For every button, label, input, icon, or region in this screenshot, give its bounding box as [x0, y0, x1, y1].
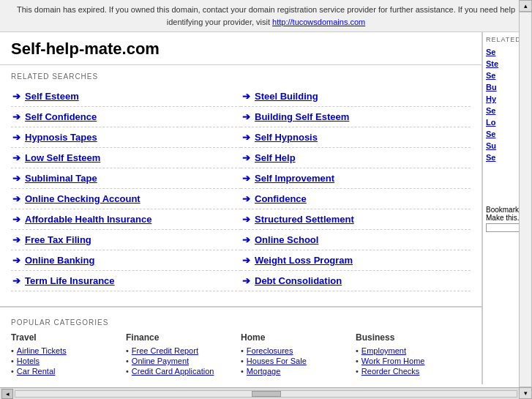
category-heading: Business	[356, 332, 471, 343]
arrow-icon: ➔	[242, 234, 250, 245]
search-link[interactable]: Self Esteem	[25, 91, 79, 102]
arrow-icon: ➔	[12, 275, 20, 286]
category-link[interactable]: Free Credit Report	[132, 346, 198, 355]
category-link[interactable]: Work From Home	[361, 357, 425, 365]
list-item: ➔Low Self Esteem	[11, 148, 241, 168]
popular-categories-section: POPULAR CATEGORIES Travel Airline Ticket…	[0, 306, 482, 384]
list-item: Employment	[356, 346, 471, 355]
category-link[interactable]: Mortgage	[247, 367, 280, 376]
list-item: ➔Weight Loss Program	[241, 250, 471, 271]
list-item: ➔Self Improvement	[241, 168, 471, 189]
vertical-scroll-track[interactable]	[519, 12, 532, 387]
tucows-link[interactable]: http://tucowsdomains.com	[272, 18, 365, 26]
list-item: ➔Term Life Insurance	[11, 271, 241, 291]
categories-grid: Travel Airline Tickets Hotels Car Rental…	[11, 332, 471, 377]
search-col-2: ➔Steel Building ➔Building Self Esteem ➔S…	[241, 86, 471, 291]
list-item: ➔Debt Consolidation	[241, 271, 471, 291]
search-link[interactable]: Self Improvement	[255, 173, 334, 184]
search-col-1: ➔Self Esteem ➔Self Confidence ➔Hypnosis …	[11, 86, 241, 291]
list-item: Mortgage	[241, 367, 356, 376]
arrow-icon: ➔	[242, 132, 250, 143]
list-item: Free Credit Report	[126, 346, 241, 355]
arrow-icon: ➔	[242, 91, 250, 102]
arrow-icon: ➔	[242, 152, 250, 163]
arrow-icon: ➔	[12, 91, 20, 102]
list-item: Houses For Sale	[241, 357, 356, 365]
expired-text: This domain has expired. If you owned th…	[17, 5, 515, 26]
arrow-icon: ➔	[12, 111, 20, 122]
list-item: Work From Home	[356, 357, 471, 365]
arrow-icon: ➔	[242, 193, 250, 204]
list-item: ➔Affordable Health Insurance	[11, 209, 241, 230]
search-link[interactable]: Debt Consolidation	[255, 275, 342, 286]
search-link[interactable]: Weight Loss Program	[255, 255, 353, 266]
scrollbar-track[interactable]	[15, 390, 517, 398]
arrow-icon: ➔	[12, 214, 20, 225]
category-link[interactable]: Hotels	[17, 357, 40, 365]
category-heading: Travel	[11, 332, 126, 343]
scroll-left-button[interactable]: ◂	[1, 389, 13, 399]
list-item: ➔Self Confidence	[11, 107, 241, 127]
search-link[interactable]: Low Self Esteem	[25, 152, 100, 163]
arrow-icon: ➔	[242, 275, 250, 286]
list-item: ➔Building Self Esteem	[241, 107, 471, 127]
category-link[interactable]: Airline Tickets	[17, 346, 67, 355]
list-item: Credit Card Application	[126, 367, 241, 376]
scrollbar-thumb[interactable]	[252, 391, 281, 397]
category-travel: Travel Airline Tickets Hotels Car Rental	[11, 332, 126, 377]
search-link[interactable]: Self Confidence	[25, 111, 97, 122]
category-link[interactable]: Employment	[361, 346, 406, 355]
category-link[interactable]: Car Rental	[17, 367, 56, 376]
search-link[interactable]: Term Life Insurance	[25, 275, 115, 286]
search-link[interactable]: Building Self Esteem	[255, 111, 349, 122]
related-searches-label: RELATED SEARCHES	[11, 72, 471, 81]
list-item: ➔Confidence	[241, 189, 471, 209]
list-item: ➔Online School	[241, 230, 471, 250]
search-link[interactable]: Structured Settlement	[255, 214, 354, 225]
expired-notice: This domain has expired. If you owned th…	[0, 0, 532, 32]
list-item: ➔Self Esteem	[11, 86, 241, 107]
search-link[interactable]: Online Checking Account	[25, 193, 141, 204]
vertical-scrollbar: ▴ ▾	[519, 0, 532, 399]
list-item: ➔Hypnosis Tapes	[11, 127, 241, 148]
category-link[interactable]: Credit Card Application	[132, 367, 214, 376]
list-item: ➔Online Banking	[11, 250, 241, 271]
search-link[interactable]: Self Hypnosis	[255, 132, 318, 143]
search-link[interactable]: Online Banking	[25, 255, 94, 266]
category-link[interactable]: Houses For Sale	[247, 357, 307, 365]
list-item: Foreclosures	[241, 346, 356, 355]
search-link[interactable]: Subliminal Tape	[25, 173, 97, 184]
list-item: ➔Online Checking Account	[11, 189, 241, 209]
scrollbar-bottom[interactable]: ◂ ▸	[0, 387, 532, 399]
list-item: ➔Structured Settlement	[241, 209, 471, 230]
list-item: Online Payment	[126, 357, 241, 365]
category-link[interactable]: Online Payment	[132, 357, 189, 365]
list-item: Reorder Checks	[356, 367, 471, 376]
arrow-icon: ➔	[242, 173, 250, 184]
list-item: Hotels	[11, 357, 126, 365]
arrow-icon: ➔	[242, 111, 250, 122]
category-heading: Finance	[126, 332, 241, 343]
category-link[interactable]: Foreclosures	[247, 346, 293, 355]
category-link[interactable]: Reorder Checks	[361, 367, 419, 376]
arrow-icon: ➔	[242, 214, 250, 225]
search-link[interactable]: Self Help	[255, 152, 296, 163]
search-link[interactable]: Confidence	[255, 193, 307, 204]
category-business: Business Employment Work From Home Reord…	[356, 332, 471, 377]
list-item: ➔Self Hypnosis	[241, 127, 471, 148]
list-item: ➔Subliminal Tape	[11, 168, 241, 189]
search-link[interactable]: Steel Building	[255, 91, 318, 102]
list-item: Airline Tickets	[11, 346, 126, 355]
search-link[interactable]: Online School	[255, 234, 318, 245]
search-link[interactable]: Free Tax Filing	[25, 234, 91, 245]
related-searches-section: RELATED SEARCHES ➔Self Esteem ➔Self Conf…	[0, 65, 482, 299]
scroll-down-button[interactable]: ▾	[519, 387, 532, 399]
search-link[interactable]: Hypnosis Tapes	[25, 132, 97, 143]
search-link[interactable]: Affordable Health Insurance	[25, 214, 151, 225]
list-item: Car Rental	[11, 367, 126, 376]
search-grid: ➔Self Esteem ➔Self Confidence ➔Hypnosis …	[11, 86, 471, 291]
list-item: ➔Steel Building	[241, 86, 471, 107]
category-finance: Finance Free Credit Report Online Paymen…	[126, 332, 241, 377]
list-item: ➔Free Tax Filing	[11, 230, 241, 250]
scroll-up-button[interactable]: ▴	[519, 0, 532, 12]
